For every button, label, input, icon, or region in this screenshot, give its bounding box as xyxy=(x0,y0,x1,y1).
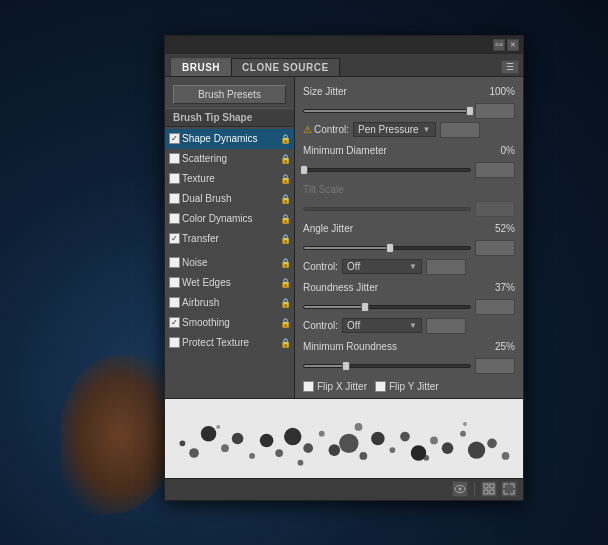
size-jitter-slider[interactable] xyxy=(303,109,471,113)
svg-point-23 xyxy=(502,452,510,460)
tilt-scale-label: Tilt Scale xyxy=(303,184,475,195)
dropdown-arrow-2: ▼ xyxy=(409,262,417,271)
svg-point-19 xyxy=(442,442,454,454)
control-input-1[interactable] xyxy=(440,122,480,138)
sidebar-item-protect-texture[interactable]: Protect Texture 🔒 xyxy=(165,333,294,353)
sidebar-item-label: Dual Brush xyxy=(182,193,278,204)
sidebar-item-shape-dynamics[interactable]: ✓ Shape Dynamics 🔒 xyxy=(165,129,294,149)
lock-icon: 🔒 xyxy=(280,234,290,244)
sidebar-item-dual-brush[interactable]: Dual Brush 🔒 xyxy=(165,189,294,209)
sidebar-item-scattering[interactable]: Scattering 🔒 xyxy=(165,149,294,169)
sidebar-item-wet-edges[interactable]: Wet Edges 🔒 xyxy=(165,273,294,293)
size-jitter-slider-container xyxy=(303,103,515,119)
sidebar-item-label: Smoothing xyxy=(182,317,278,328)
svg-rect-34 xyxy=(490,490,494,494)
sidebar-item-noise[interactable]: Noise 🔒 xyxy=(165,253,294,273)
flip-y-item[interactable]: Flip Y Jitter xyxy=(375,381,439,392)
tab-clone-source[interactable]: CLONE SOURCE xyxy=(231,58,340,76)
roundness-jitter-slider[interactable] xyxy=(303,305,471,309)
eye-icon-button[interactable] xyxy=(452,481,468,497)
preview-area xyxy=(165,398,523,478)
sidebar-item-color-dynamics[interactable]: Color Dynamics 🔒 xyxy=(165,209,294,229)
svg-point-20 xyxy=(460,430,466,436)
angle-jitter-value: 52% xyxy=(479,223,515,234)
control-input-2[interactable] xyxy=(426,259,466,275)
size-jitter-input[interactable] xyxy=(475,103,515,119)
svg-point-10 xyxy=(319,430,325,436)
roundness-jitter-input[interactable] xyxy=(475,299,515,315)
sidebar-item-label: Texture xyxy=(182,173,278,184)
sidebar-item-airbrush[interactable]: Airbrush 🔒 xyxy=(165,293,294,313)
flip-x-checkbox[interactable] xyxy=(303,381,314,392)
control-dropdown-3[interactable]: Off ▼ xyxy=(342,318,422,333)
checkbox-noise[interactable] xyxy=(169,257,180,268)
flip-row: Flip X Jitter Flip Y Jitter xyxy=(303,381,515,392)
checkbox-scattering[interactable] xyxy=(169,153,180,164)
sidebar-item-texture[interactable]: Texture 🔒 xyxy=(165,169,294,189)
min-diameter-input[interactable] xyxy=(475,162,515,178)
flip-y-checkbox[interactable] xyxy=(375,381,386,392)
checkbox-smoothing[interactable]: ✓ xyxy=(169,317,180,328)
grid-icon-button[interactable] xyxy=(481,481,497,497)
angle-jitter-slider[interactable] xyxy=(303,246,471,250)
svg-point-16 xyxy=(400,431,410,441)
tab-brush[interactable]: BRUSH xyxy=(171,58,231,76)
checkbox-airbrush[interactable] xyxy=(169,297,180,308)
sidebar-item-label: Color Dynamics xyxy=(182,213,278,224)
roundness-jitter-label: Roundness Jitter xyxy=(303,282,475,293)
control-label-1: ⚠ Control: xyxy=(303,124,349,135)
checkbox-transfer[interactable]: ✓ xyxy=(169,233,180,244)
svg-point-28 xyxy=(463,422,467,426)
svg-point-30 xyxy=(459,488,462,491)
min-roundness-slider-container xyxy=(303,358,515,374)
roundness-jitter-slider-container xyxy=(303,299,515,315)
control-input-3[interactable] xyxy=(426,318,466,334)
tilt-scale-input xyxy=(475,201,515,217)
brush-presets-button[interactable]: Brush Presets xyxy=(173,85,286,104)
flip-x-item[interactable]: Flip X Jitter xyxy=(303,381,367,392)
tabs-row: BRUSH CLONE SOURCE ☰ xyxy=(165,54,523,77)
lock-icon: 🔒 xyxy=(280,214,290,224)
svg-point-27 xyxy=(423,454,429,460)
warning-icon: ⚠ xyxy=(303,124,312,135)
checkbox-protect-texture[interactable] xyxy=(169,337,180,348)
sidebar-item-label: Transfer xyxy=(182,233,278,244)
preview-canvas xyxy=(165,399,523,478)
expand-icon[interactable]: «» xyxy=(493,39,505,51)
svg-point-14 xyxy=(371,431,385,445)
svg-point-12 xyxy=(339,433,358,452)
svg-point-0 xyxy=(180,440,186,446)
control-row-2: Control: Off ▼ xyxy=(303,259,515,275)
close-icon[interactable]: ✕ xyxy=(507,39,519,51)
svg-point-5 xyxy=(249,453,255,459)
angle-jitter-input[interactable] xyxy=(475,240,515,256)
control-label-3: Control: xyxy=(303,320,338,331)
lock-icon: 🔒 xyxy=(280,298,290,308)
min-roundness-label: Minimum Roundness xyxy=(303,341,475,352)
min-roundness-row: Minimum Roundness 25% xyxy=(303,338,515,356)
roundness-jitter-value: 37% xyxy=(479,282,515,293)
dropdown-arrow-3: ▼ xyxy=(409,321,417,330)
min-roundness-slider[interactable] xyxy=(303,364,471,368)
checkbox-color-dynamics[interactable] xyxy=(169,213,180,224)
title-bar: «» ✕ xyxy=(165,36,523,54)
lock-icon: 🔒 xyxy=(280,278,290,288)
sidebar-item-label: Protect Texture xyxy=(182,337,278,348)
sidebar-item-smoothing[interactable]: ✓ Smoothing 🔒 xyxy=(165,313,294,333)
control-row-1: ⚠ Control: Pen Pressure ▼ xyxy=(303,122,515,138)
expand-icon-button[interactable] xyxy=(501,481,517,497)
checkbox-wet-edges[interactable] xyxy=(169,277,180,288)
lock-icon: 🔒 xyxy=(280,134,290,144)
control-dropdown-2[interactable]: Off ▼ xyxy=(342,259,422,274)
control-dropdown-1[interactable]: Pen Pressure ▼ xyxy=(353,122,436,137)
tilt-scale-slider-container xyxy=(303,201,515,217)
panel-menu-icon[interactable]: ☰ xyxy=(501,60,519,74)
min-diameter-slider[interactable] xyxy=(303,168,471,172)
checkbox-dual-brush[interactable] xyxy=(169,193,180,204)
sidebar-item-transfer[interactable]: ✓ Transfer 🔒 xyxy=(165,229,294,249)
checkbox-texture[interactable] xyxy=(169,173,180,184)
checkbox-shape-dynamics[interactable]: ✓ xyxy=(169,133,180,144)
svg-point-21 xyxy=(468,441,485,458)
min-roundness-input[interactable] xyxy=(475,358,515,374)
lock-icon: 🔒 xyxy=(280,258,290,268)
